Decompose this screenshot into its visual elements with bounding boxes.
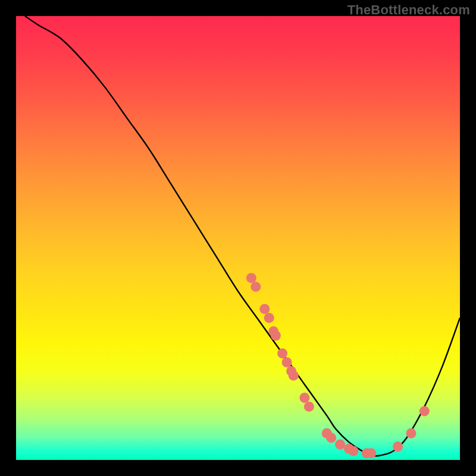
plot-area [16, 16, 460, 460]
data-point [406, 428, 416, 439]
data-point [366, 448, 376, 458]
data-point [289, 371, 299, 381]
data-point [246, 273, 256, 283]
data-point [393, 441, 403, 452]
data-point [299, 393, 309, 403]
bottleneck-curve [25, 16, 460, 456]
data-point [419, 406, 430, 416]
data-point [304, 402, 314, 412]
data-point [282, 357, 292, 367]
data-point [348, 446, 358, 456]
chart-frame: TheBottleneck.com [0, 0, 476, 476]
data-point [277, 348, 287, 358]
data-point [326, 433, 336, 443]
data-point [259, 304, 270, 314]
curve-layer [16, 16, 460, 460]
data-point [264, 313, 274, 323]
data-point [271, 331, 281, 341]
data-point [250, 282, 261, 292]
data-point [335, 439, 345, 449]
